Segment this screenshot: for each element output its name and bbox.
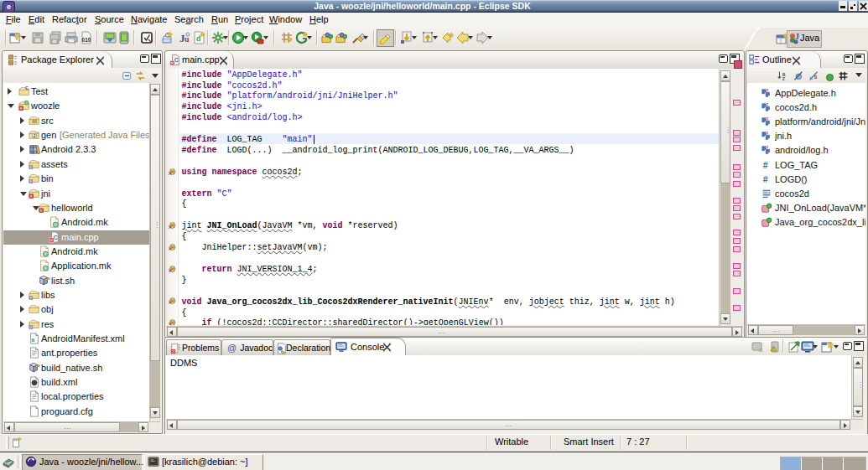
svg-text:C: C (174, 57, 179, 63)
svg-text:J: J (795, 32, 799, 41)
svg-text:d: d (196, 34, 201, 43)
svg-text:010: 010 (82, 37, 91, 43)
svg-text:!: ! (772, 347, 773, 352)
